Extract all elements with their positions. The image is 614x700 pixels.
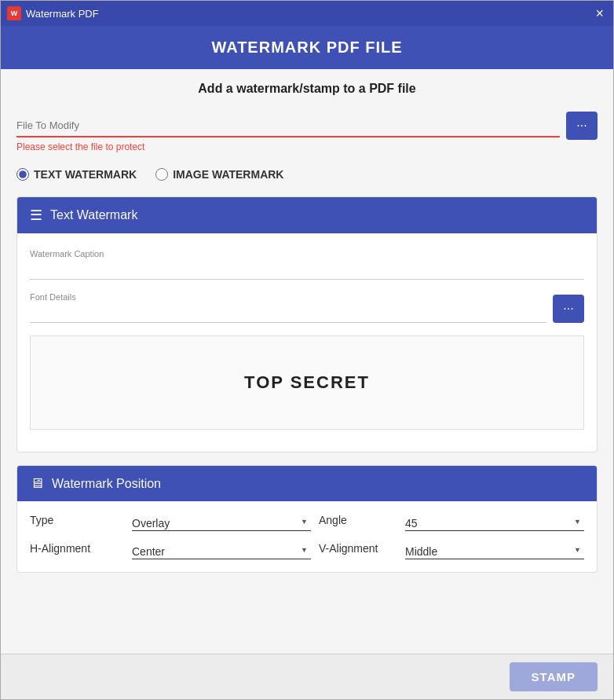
hamburger-icon: ☰ — [30, 207, 42, 224]
text-watermark-header: ☰ Text Watermark — [17, 197, 597, 233]
content-area: Add a watermark/stamp to a PDF file ··· … — [1, 69, 613, 654]
type-select[interactable]: Overlay Underlay — [132, 517, 311, 530]
position-header: 🖥 Watermark Position — [17, 466, 597, 501]
font-field: Font Details Impact;Regular;Black — [30, 292, 546, 323]
text-watermark-option[interactable]: TEXT WATERMARK — [16, 168, 137, 181]
font-browse-button[interactable]: ··· — [553, 295, 584, 323]
text-watermark-card: ☰ Text Watermark Watermark Caption TOP S… — [16, 196, 598, 453]
watermark-position-card: 🖥 Watermark Position Type Overlay Underl… — [16, 465, 598, 573]
caption-label: Watermark Caption — [30, 249, 584, 258]
window-title: Watermark PDF — [26, 8, 99, 20]
main-window: W Watermark PDF × WATERMARK PDF FILE Add… — [0, 0, 614, 700]
text-watermark-radio[interactable] — [16, 168, 29, 181]
valign-select-wrapper: Top Middle Bottom — [405, 544, 584, 559]
image-watermark-radio[interactable] — [155, 168, 168, 181]
halign-label: H-Alignment — [30, 542, 124, 559]
file-row: ··· — [16, 112, 598, 140]
app-icon: W — [7, 6, 21, 20]
file-input[interactable] — [16, 115, 560, 137]
type-select-wrapper: Overlay Underlay — [132, 516, 311, 531]
caption-field: Watermark Caption TOP SECRET — [30, 249, 584, 280]
watermark-type-group: TEXT WATERMARK IMAGE WATERMARK — [16, 165, 598, 184]
page-subtitle: Add a watermark/stamp to a PDF file — [16, 82, 598, 96]
close-button[interactable]: × — [592, 6, 607, 20]
angle-select-wrapper: 0 45 90 180 — [405, 516, 584, 531]
angle-select[interactable]: 0 45 90 180 — [405, 517, 584, 530]
watermark-preview: TOP SECRET — [30, 335, 584, 430]
file-input-wrapper — [16, 115, 560, 137]
image-watermark-label: IMAGE WATERMARK — [173, 168, 283, 181]
image-watermark-option[interactable]: IMAGE WATERMARK — [155, 168, 283, 181]
footer-bar: STAMP — [1, 654, 613, 699]
text-watermark-title: Text Watermark — [50, 208, 137, 222]
header-title: WATERMARK PDF FILE — [211, 38, 402, 56]
angle-label: Angle — [319, 514, 397, 531]
type-label: Type — [30, 514, 124, 531]
text-watermark-body: Watermark Caption TOP SECRET Font Detail… — [17, 233, 597, 452]
font-input[interactable]: Impact;Regular;Black — [30, 303, 546, 323]
position-grid: Type Overlay Underlay Angle 0 45 90 180 — [17, 501, 597, 572]
valign-select[interactable]: Top Middle Bottom — [405, 545, 584, 558]
font-label: Font Details — [30, 292, 546, 302]
file-error: Please select the file to protect — [16, 141, 598, 152]
monitor-icon: 🖥 — [30, 475, 44, 492]
valign-label: V-Alignment — [319, 542, 397, 559]
font-row: Font Details Impact;Regular;Black ··· — [30, 292, 584, 323]
text-watermark-label: TEXT WATERMARK — [34, 168, 137, 181]
stamp-button[interactable]: STAMP — [510, 662, 598, 691]
preview-text: TOP SECRET — [244, 372, 370, 393]
caption-input[interactable]: TOP SECRET — [30, 260, 584, 280]
position-title: Watermark Position — [52, 477, 161, 491]
halign-select-wrapper: Left Center Right — [132, 544, 311, 559]
title-bar: W Watermark PDF × — [1, 1, 613, 26]
app-header: WATERMARK PDF FILE — [1, 26, 613, 69]
title-bar-left: W Watermark PDF — [7, 6, 99, 20]
file-section: ··· Please select the file to protect — [16, 112, 598, 152]
halign-select[interactable]: Left Center Right — [132, 545, 311, 558]
browse-button[interactable]: ··· — [566, 112, 598, 140]
